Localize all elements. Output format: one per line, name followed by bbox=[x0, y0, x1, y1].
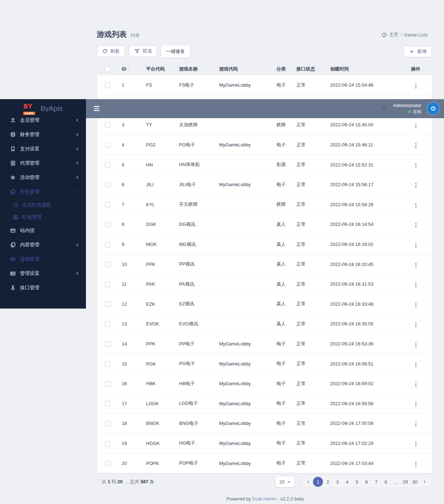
pager-ellipsis[interactable]: ... bbox=[391, 477, 400, 487]
sidebar-item-copy[interactable]: 红包管理 bbox=[0, 185, 86, 199]
sidebar-subitem[interactable]: 会员红包领取 bbox=[0, 199, 86, 211]
pager-page[interactable]: 1 bbox=[313, 477, 323, 487]
row-checkbox[interactable] bbox=[105, 441, 110, 446]
pager-prev[interactable] bbox=[303, 477, 313, 487]
vertical-dots-icon[interactable] bbox=[413, 341, 419, 349]
vertical-dots-icon[interactable] bbox=[413, 162, 419, 170]
row-checkbox[interactable] bbox=[105, 242, 110, 247]
vertical-dots-icon[interactable] bbox=[413, 440, 419, 448]
row-checkbox[interactable] bbox=[105, 142, 110, 148]
row-checkbox[interactable] bbox=[105, 262, 110, 267]
vertical-dots-icon[interactable] bbox=[413, 321, 419, 329]
cell-created: 2022-09-24 17:03:44 bbox=[326, 453, 400, 473]
row-checkbox[interactable] bbox=[105, 122, 110, 128]
row-checkbox[interactable] bbox=[105, 341, 110, 347]
vertical-dots-icon[interactable] bbox=[413, 361, 419, 369]
sidebar-item-asterisk[interactable]: 活动管理 bbox=[0, 170, 86, 185]
row-checkbox[interactable] bbox=[105, 83, 110, 88]
pager-page[interactable]: 8 bbox=[381, 477, 391, 487]
breadcrumb: 主页 / Game-Lists bbox=[381, 32, 428, 38]
bell-icon[interactable] bbox=[381, 106, 387, 111]
row-checkbox[interactable] bbox=[105, 282, 110, 287]
avatar[interactable] bbox=[427, 102, 439, 115]
add-button[interactable]: 新增 bbox=[404, 46, 432, 57]
cell-name: EVO视讯 bbox=[175, 314, 215, 334]
vertical-dots-icon[interactable] bbox=[413, 261, 419, 269]
cell-platform: EZK bbox=[142, 294, 175, 314]
cell-category: 电子 bbox=[272, 453, 292, 473]
vertical-dots-icon[interactable] bbox=[413, 420, 419, 428]
row-checkbox[interactable] bbox=[105, 202, 110, 207]
cell-created: 2022-09-24 16:20:45 bbox=[326, 254, 400, 274]
table-row: 1FSFS电子MyGameLobby电子正常2022-09-24 15:04:4… bbox=[97, 75, 432, 95]
row-checkbox[interactable] bbox=[105, 361, 110, 367]
row-checkbox[interactable] bbox=[105, 222, 110, 227]
pager-page[interactable]: 29 bbox=[400, 477, 410, 487]
pager-page[interactable]: 3 bbox=[333, 477, 342, 487]
refresh-button[interactable]: 刷新 bbox=[97, 45, 125, 57]
row-checkbox[interactable] bbox=[105, 321, 110, 327]
cell-status: 正常 bbox=[292, 374, 326, 394]
pager-page[interactable]: 5 bbox=[352, 477, 362, 487]
footer-dcat-link[interactable]: Dcat Admin bbox=[252, 496, 276, 501]
arrow-up-icon[interactable]: ↑ bbox=[128, 67, 130, 72]
table-row: 6JILIJILI电子MyGameLobby电子正常2022-09-24 15:… bbox=[97, 175, 432, 195]
one-click-fix-button[interactable]: 一键修复 bbox=[161, 45, 190, 58]
cell-category: 真人 bbox=[272, 214, 292, 234]
row-checkbox[interactable] bbox=[105, 301, 110, 307]
page-size-select[interactable]: 20 bbox=[276, 476, 294, 487]
sidebar-item-id-card[interactable]: 管理设置 bbox=[0, 266, 86, 281]
pager-page[interactable]: 6 bbox=[362, 477, 371, 487]
sidebar-item-bookmark[interactable]: 支付设置 bbox=[0, 142, 86, 156]
vertical-dots-icon[interactable] bbox=[413, 281, 419, 289]
col-header-id[interactable]: ID↑ bbox=[117, 63, 142, 75]
vertical-dots-icon[interactable] bbox=[413, 381, 419, 388]
sidebar-item-copy[interactable]: 内容管理 bbox=[0, 238, 86, 252]
table-row: 15PGKPG电子MyGameLobby电子正常2022-09-24 16:56… bbox=[97, 354, 432, 374]
top-navbar: Administrator 在线 bbox=[86, 99, 444, 118]
row-checkbox[interactable] bbox=[105, 461, 110, 466]
cell-op bbox=[400, 334, 432, 354]
vertical-dots-icon[interactable] bbox=[413, 82, 419, 90]
vertical-dots-icon[interactable] bbox=[413, 142, 419, 150]
user-block[interactable]: Administrator 在线 bbox=[393, 102, 421, 115]
vertical-dots-icon[interactable] bbox=[413, 460, 419, 468]
row-checkbox[interactable] bbox=[105, 401, 110, 406]
sidebar-subitem[interactable]: 红包管理 bbox=[0, 211, 86, 223]
row-checkbox[interactable] bbox=[105, 421, 110, 426]
vertical-dots-icon[interactable] bbox=[413, 221, 419, 229]
cell-category: 电子 bbox=[272, 175, 292, 195]
vertical-dots-icon[interactable] bbox=[413, 202, 419, 209]
cell-checkbox bbox=[97, 314, 117, 334]
cell-category: 电子 bbox=[272, 75, 292, 95]
sidebar-item-gamepad[interactable]: 游戏管理 bbox=[0, 252, 86, 266]
row-checkbox[interactable] bbox=[105, 162, 110, 168]
sidebar-item-user[interactable]: 会员管理 bbox=[0, 113, 86, 127]
table-row: 7KYL开元棋牌棋牌正常2022-09-24 15:58:26 bbox=[97, 195, 432, 215]
cell-platform: EVOK bbox=[142, 314, 175, 334]
row-checkbox[interactable] bbox=[105, 381, 110, 387]
footer: Powered by Dcat Admin · v2.2.2-beta bbox=[86, 496, 444, 501]
hamburger-icon[interactable] bbox=[92, 105, 101, 112]
sidebar-item-database[interactable]: 财务管理 bbox=[0, 127, 86, 142]
pager-page[interactable]: 30 bbox=[410, 477, 420, 487]
row-checkbox[interactable] bbox=[105, 182, 110, 188]
cell-op bbox=[400, 195, 432, 215]
select-all-checkbox[interactable] bbox=[105, 67, 110, 72]
vertical-dots-icon[interactable] bbox=[413, 241, 419, 249]
vertical-dots-icon[interactable] bbox=[413, 301, 419, 309]
vertical-dots-icon[interactable] bbox=[413, 401, 419, 408]
filter-button[interactable]: 筛选 bbox=[129, 45, 157, 57]
pager-page[interactable]: 4 bbox=[342, 477, 352, 487]
breadcrumb-home[interactable]: 主页 bbox=[389, 32, 399, 38]
cell-name: PA视讯 bbox=[175, 274, 215, 294]
pager-page[interactable]: 7 bbox=[371, 477, 381, 487]
game-list-card: ID↑ 平台代码 游戏名称 游戏代码 分类 接口状态 创建时间 操作 1FSFS… bbox=[97, 63, 432, 473]
vertical-dots-icon[interactable] bbox=[413, 181, 419, 189]
sidebar-item-address-book[interactable]: 代理管理 bbox=[0, 156, 86, 170]
pager-page[interactable]: 2 bbox=[323, 477, 333, 487]
sidebar-item-envelope[interactable]: 站内信 bbox=[0, 223, 86, 238]
pager-next[interactable] bbox=[420, 477, 429, 487]
vertical-dots-icon[interactable] bbox=[413, 122, 419, 130]
sidebar-item-anchor[interactable]: 接口管理 bbox=[0, 281, 86, 295]
